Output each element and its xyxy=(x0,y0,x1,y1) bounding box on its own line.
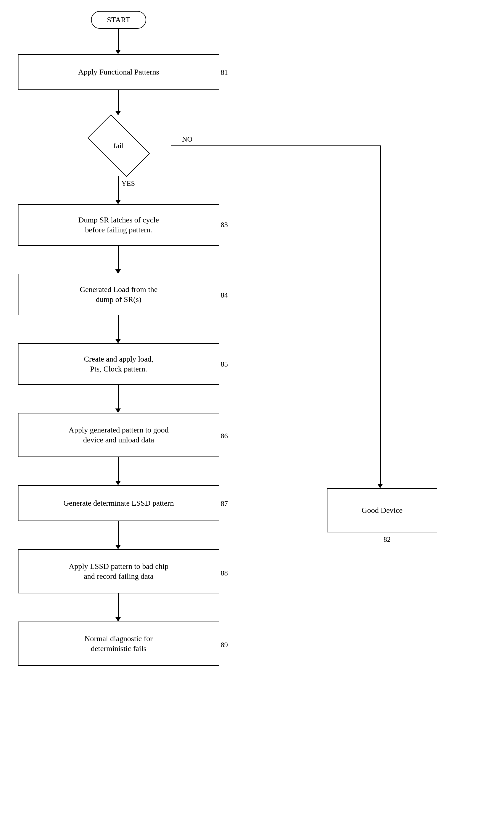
start-node: START xyxy=(91,11,146,29)
arrow-81-diamond xyxy=(118,90,119,112)
label-86: 86 xyxy=(221,432,228,440)
node-88: Apply LSSD pattern to bad chip and recor… xyxy=(18,549,219,593)
arrow-84-85 xyxy=(118,315,119,340)
node-88-label: Apply LSSD pattern to bad chip and recor… xyxy=(69,562,169,582)
arrow-diamond-83 xyxy=(118,176,119,201)
label-83: 83 xyxy=(221,221,228,229)
arrowhead-88-89 xyxy=(115,617,121,622)
arrowhead-86-87 xyxy=(115,481,121,485)
arrowhead-good-device xyxy=(377,484,383,488)
arrow-88-89 xyxy=(118,593,119,618)
label-88: 88 xyxy=(221,569,228,577)
diamond-fail: fail xyxy=(66,115,171,176)
node-85: Create and apply load, Pts, Clock patter… xyxy=(18,343,219,385)
arrowhead-84-85 xyxy=(115,339,121,343)
label-87: 87 xyxy=(221,499,228,508)
flowchart: START Apply Functional Patterns 81 fail … xyxy=(0,0,504,836)
arrowhead-81-diamond xyxy=(115,111,121,115)
label-89: 89 xyxy=(221,641,228,649)
node-89-label: Normal diagnostic for deterministic fail… xyxy=(84,634,153,654)
node-83: Dump SR latches of cycle before failing … xyxy=(18,204,219,246)
arrowhead-83-84 xyxy=(115,269,121,274)
node-89: Normal diagnostic for deterministic fail… xyxy=(18,622,219,666)
arrowhead-85-86 xyxy=(115,408,121,413)
node-84-label: Generated Load from the dump of SR(s) xyxy=(80,285,157,305)
label-82: 82 xyxy=(384,535,391,544)
arrow-85-86 xyxy=(118,385,119,410)
node-84: Generated Load from the dump of SR(s) xyxy=(18,274,219,315)
node-81: Apply Functional Patterns xyxy=(18,54,219,90)
label-no: NO xyxy=(182,135,193,144)
line-right-down xyxy=(380,146,381,485)
label-84: 84 xyxy=(221,291,228,300)
node-81-label: Apply Functional Patterns xyxy=(78,67,159,77)
node-86: Apply generated pattern to good device a… xyxy=(18,413,219,457)
arrowhead-diamond-83 xyxy=(115,200,121,204)
arrow-86-87 xyxy=(118,457,119,482)
arrow-83-84 xyxy=(118,246,119,270)
node-87-label: Generate determinate LSSD pattern xyxy=(63,498,174,508)
start-label: START xyxy=(107,15,131,25)
label-85: 85 xyxy=(221,360,228,368)
arrowhead-87-88 xyxy=(115,545,121,549)
node-83-label: Dump SR latches of cycle before failing … xyxy=(78,215,159,235)
node-86-label: Apply generated pattern to good device a… xyxy=(69,425,169,445)
node-good-device: Good Device xyxy=(327,488,437,532)
line-no-right xyxy=(171,146,381,146)
node-good-device-label: Good Device xyxy=(362,505,403,515)
label-81: 81 xyxy=(221,69,228,77)
arrowhead-start-81 xyxy=(115,50,121,54)
node-87: Generate determinate LSSD pattern xyxy=(18,485,219,521)
arrow-start-81 xyxy=(118,29,119,51)
arrow-87-88 xyxy=(118,521,119,546)
node-85-label: Create and apply load, Pts, Clock patter… xyxy=(84,354,153,374)
diamond-label: fail xyxy=(113,141,123,150)
label-yes: YES xyxy=(121,179,135,188)
